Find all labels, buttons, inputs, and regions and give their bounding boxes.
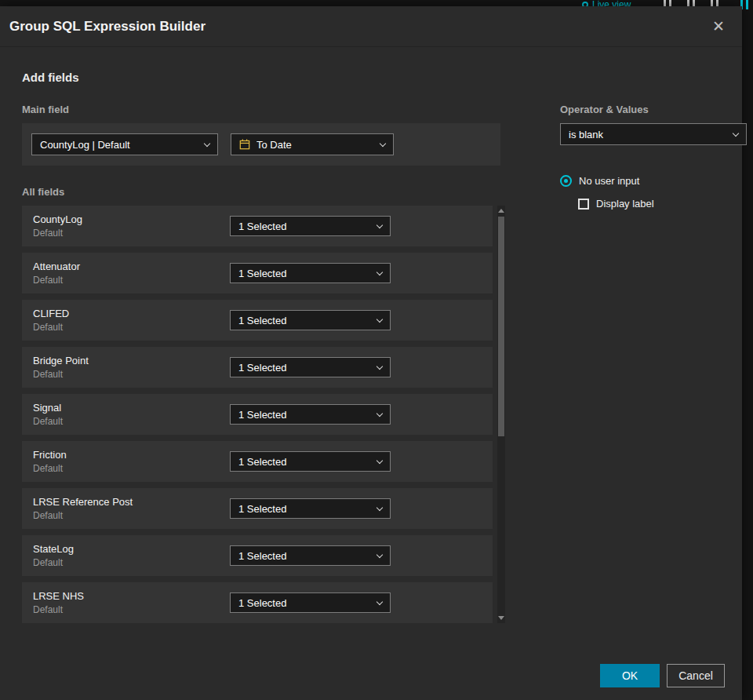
field-selected-dropdown[interactable]: 1 Selected xyxy=(230,545,391,566)
field-selected-value: 1 Selected xyxy=(238,409,371,421)
no-user-input-radio[interactable]: No user input xyxy=(560,175,747,187)
ok-button[interactable]: OK xyxy=(600,664,660,687)
field-subtitle: Default xyxy=(33,416,230,427)
field-selected-dropdown[interactable]: 1 Selected xyxy=(230,263,391,283)
field-row: Bridge Point Default 1 Selected xyxy=(22,347,493,388)
radio-selected-icon xyxy=(560,175,572,187)
field-name: Signal xyxy=(33,402,230,414)
field-row: CLIFED Default 1 Selected xyxy=(22,300,493,341)
field-texts: LRSE Reference Post Default xyxy=(33,496,230,521)
chevron-down-icon xyxy=(376,504,383,510)
field-subtitle: Default xyxy=(33,322,230,333)
field-row: LRSE NHS Default 1 Selected xyxy=(22,582,493,623)
field-selected-dropdown[interactable]: 1 Selected xyxy=(230,451,391,472)
field-subtitle: Default xyxy=(33,557,230,568)
field-texts: Bridge Point Default xyxy=(33,355,230,380)
field-subtitle: Default xyxy=(33,275,230,286)
field-texts: Friction Default xyxy=(33,449,230,474)
field-row: CountyLog Default 1 Selected xyxy=(22,206,493,246)
dialog-title: Group SQL Expression Builder xyxy=(9,19,206,35)
main-field-select-value: CountyLog | Default xyxy=(40,139,198,151)
all-fields-list: CountyLog Default 1 Selected Attenuator … xyxy=(22,206,493,623)
chevron-down-icon xyxy=(376,363,383,369)
field-name: LRSE Reference Post xyxy=(33,496,230,508)
cancel-button[interactable]: Cancel xyxy=(667,664,725,687)
scroll-up-icon[interactable] xyxy=(498,209,504,213)
field-selected-value: 1 Selected xyxy=(238,362,371,374)
date-field-select-value: To Date xyxy=(256,139,374,151)
chevron-down-icon xyxy=(376,598,383,604)
field-subtitle: Default xyxy=(33,463,230,474)
operator-select-value: is blank xyxy=(569,129,727,140)
operator-values-label: Operator & Values xyxy=(560,104,747,115)
date-field-select[interactable]: To Date xyxy=(231,133,394,155)
field-selected-value: 1 Selected xyxy=(238,597,371,609)
field-selected-dropdown[interactable]: 1 Selected xyxy=(230,216,391,236)
dialog-body: Add fields Main field CountyLog | Defaul… xyxy=(0,47,742,629)
chevron-down-icon xyxy=(376,551,383,557)
field-name: Attenuator xyxy=(33,261,230,272)
field-name: LRSE NHS xyxy=(33,590,230,602)
chevron-down-icon xyxy=(376,457,383,463)
scroll-down-icon[interactable] xyxy=(498,616,504,620)
field-selected-dropdown[interactable]: 1 Selected xyxy=(230,592,391,613)
field-selected-value: 1 Selected xyxy=(238,550,371,562)
field-texts: LRSE NHS Default xyxy=(33,590,230,615)
field-selected-dropdown[interactable]: 1 Selected xyxy=(230,498,391,519)
field-selected-value: 1 Selected xyxy=(238,268,371,279)
field-row: Signal Default 1 Selected xyxy=(22,394,493,435)
close-icon[interactable]: ✕ xyxy=(709,17,728,35)
field-name: Friction xyxy=(33,449,230,461)
field-subtitle: Default xyxy=(33,228,230,239)
calendar-icon xyxy=(239,139,250,150)
field-row: LRSE Reference Post Default 1 Selected xyxy=(22,488,493,529)
display-label-checkbox[interactable]: Display label xyxy=(578,198,747,210)
field-name: Bridge Point xyxy=(33,355,230,366)
field-texts: CountyLog Default xyxy=(33,213,230,239)
field-texts: StateLog Default xyxy=(33,543,230,568)
field-row: Friction Default 1 Selected xyxy=(22,441,493,482)
operator-select[interactable]: is blank xyxy=(560,123,747,145)
field-texts: Signal Default xyxy=(33,402,230,427)
checkbox-unchecked-icon xyxy=(578,199,589,210)
scrollbar-thumb[interactable] xyxy=(498,217,504,436)
chevron-down-icon xyxy=(380,140,386,146)
field-name: CountyLog xyxy=(33,213,230,225)
field-row: Attenuator Default 1 Selected xyxy=(22,253,493,293)
field-selected-value: 1 Selected xyxy=(238,503,371,515)
vertical-scrollbar[interactable] xyxy=(497,206,505,623)
chevron-down-icon xyxy=(733,129,739,136)
field-name: CLIFED xyxy=(33,308,230,319)
field-texts: CLIFED Default xyxy=(33,308,230,333)
field-texts: Attenuator Default xyxy=(33,261,230,286)
dialog-titlebar: Group SQL Expression Builder ✕ xyxy=(0,6,742,47)
no-user-input-label: No user input xyxy=(579,175,639,187)
field-selected-value: 1 Selected xyxy=(238,456,371,468)
field-selected-value: 1 Selected xyxy=(238,221,371,232)
chevron-down-icon xyxy=(376,268,383,275)
field-selected-dropdown[interactable]: 1 Selected xyxy=(230,357,391,377)
operator-values-column: Operator & Values is blank No user input… xyxy=(560,104,747,629)
chevron-down-icon xyxy=(376,221,383,228)
field-selected-value: 1 Selected xyxy=(238,315,371,326)
field-row: StateLog Default 1 Selected xyxy=(22,535,493,576)
chevron-down-icon xyxy=(376,410,383,416)
field-subtitle: Default xyxy=(33,510,230,521)
field-subtitle: Default xyxy=(33,604,230,615)
main-field-select[interactable]: CountyLog | Default xyxy=(31,133,218,155)
add-fields-heading: Add fields xyxy=(22,71,726,84)
field-name: StateLog xyxy=(33,543,230,555)
fields-column: Main field CountyLog | Default To xyxy=(22,104,493,629)
dialog-footer: OK Cancel xyxy=(600,664,725,687)
display-label-label: Display label xyxy=(596,198,654,210)
all-fields-label: All fields xyxy=(22,186,493,198)
field-selected-dropdown[interactable]: 1 Selected xyxy=(230,404,391,425)
main-field-label: Main field xyxy=(22,104,493,115)
chevron-down-icon xyxy=(204,140,210,146)
main-field-row: CountyLog | Default To Date xyxy=(22,123,500,166)
group-sql-expression-builder-dialog: Group SQL Expression Builder ✕ Add field… xyxy=(0,6,742,700)
chevron-down-icon xyxy=(376,315,383,322)
field-subtitle: Default xyxy=(33,369,230,380)
field-selected-dropdown[interactable]: 1 Selected xyxy=(230,310,391,330)
